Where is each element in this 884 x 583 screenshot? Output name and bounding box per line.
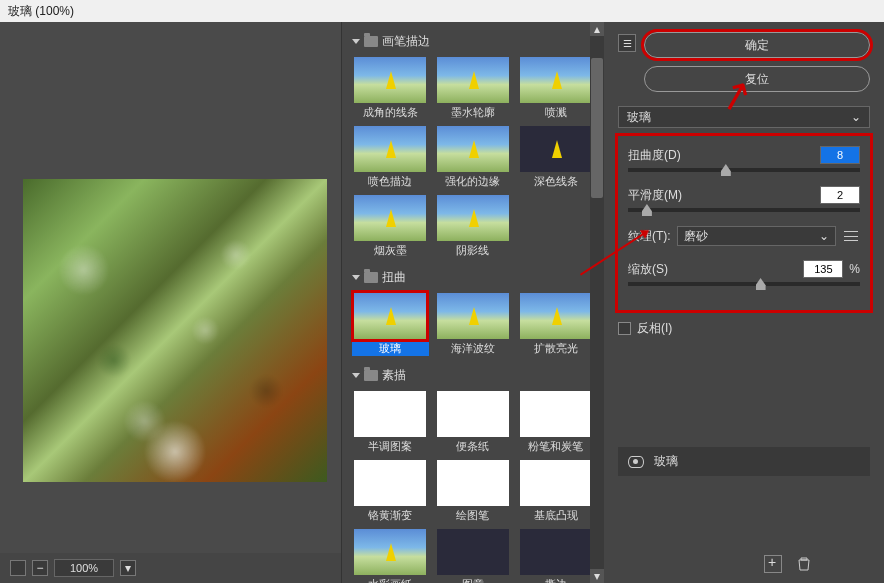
filter-thumb[interactable]: 阴影线 (435, 195, 512, 258)
filter-thumb[interactable]: 便条纸 (435, 391, 512, 454)
folder-icon (364, 272, 378, 283)
filter-thumb[interactable]: 水彩画纸 (352, 529, 429, 583)
fit-button[interactable] (10, 560, 26, 576)
filter-thumb[interactable]: 铬黄渐变 (352, 460, 429, 523)
zoom-in-button[interactable]: ▾ (120, 560, 136, 576)
filter-gallery: 画笔描边 成角的线条 墨水轮廓 喷溅 喷色描边 强化的边缘 深色线条 烟灰墨 阴… (342, 22, 604, 583)
disclosure-icon (352, 39, 360, 44)
delete-layer-button[interactable] (796, 555, 814, 573)
preview-panel: − ▾ (0, 22, 342, 583)
category-distort[interactable]: 扭曲 (346, 266, 600, 289)
filter-thumb[interactable]: 喷色描边 (352, 126, 429, 189)
filter-diffuse-glow[interactable]: 扩散亮光 (517, 293, 594, 356)
category-label: 素描 (382, 367, 406, 384)
filter-thumb[interactable]: 成角的线条 (352, 57, 429, 120)
filter-thumb[interactable]: 喷溅 (517, 57, 594, 120)
gallery-scrollbar[interactable]: ▴ ▾ (590, 22, 604, 583)
filter-thumb[interactable]: 强化的边缘 (435, 126, 512, 189)
filter-dropdown-value: 玻璃 (627, 109, 651, 126)
filter-thumb[interactable]: 深色线条 (517, 126, 594, 189)
scaling-input[interactable] (803, 260, 843, 278)
filter-thumb[interactable]: 绘图笔 (435, 460, 512, 523)
zoom-out-button[interactable]: − (32, 560, 48, 576)
filter-thumb[interactable]: 撕边 (517, 529, 594, 583)
texture-value: 磨砂 (684, 228, 708, 245)
filter-thumb[interactable]: 图章 (435, 529, 512, 583)
filter-ocean-ripple[interactable]: 海洋波纹 (435, 293, 512, 356)
invert-label: 反相(I) (637, 320, 672, 337)
filter-dropdown[interactable]: 玻璃 ⌄ (618, 106, 870, 128)
filter-thumb[interactable]: 基底凸现 (517, 460, 594, 523)
texture-label: 纹理(T): (628, 228, 671, 245)
preview-area[interactable] (0, 22, 341, 553)
layer-label: 玻璃 (654, 453, 678, 470)
zoom-input[interactable] (54, 559, 114, 577)
category-label: 扭曲 (382, 269, 406, 286)
scaling-label: 缩放(S) (628, 261, 668, 278)
disclosure-icon (352, 275, 360, 280)
scroll-up-arrow[interactable]: ▴ (590, 22, 604, 36)
folder-icon (364, 370, 378, 381)
chevron-down-icon: ⌄ (851, 110, 861, 124)
scrollbar-thumb[interactable] (591, 58, 603, 198)
filter-thumb[interactable]: 墨水轮廓 (435, 57, 512, 120)
new-layer-button[interactable]: + (764, 555, 782, 573)
distortion-input[interactable] (820, 146, 860, 164)
category-brush-strokes[interactable]: 画笔描边 (346, 30, 600, 53)
collapse-button[interactable]: ☰ (618, 34, 636, 52)
smoothness-label: 平滑度(M) (628, 187, 682, 204)
filter-thumb[interactable]: 半调图案 (352, 391, 429, 454)
distortion-label: 扭曲度(D) (628, 147, 681, 164)
filter-thumb[interactable]: 粉笔和炭笔 (517, 391, 594, 454)
scroll-down-arrow[interactable]: ▾ (590, 569, 604, 583)
preview-image (23, 179, 327, 482)
scaling-unit: % (849, 262, 860, 276)
invert-checkbox[interactable] (618, 322, 631, 335)
category-label: 画笔描边 (382, 33, 430, 50)
visibility-icon[interactable] (628, 456, 644, 468)
scaling-slider[interactable] (628, 282, 860, 286)
controls-panel: ☰ 确定 复位 ↗ 玻璃 ⌄ 扭曲度(D) 平滑度(M) (604, 22, 884, 583)
effect-layer-row[interactable]: 玻璃 (618, 447, 870, 476)
texture-dropdown[interactable]: 磨砂 ⌄ (677, 226, 836, 246)
smoothness-input[interactable] (820, 186, 860, 204)
distortion-slider[interactable] (628, 168, 860, 172)
filter-glass[interactable]: 玻璃 (352, 293, 429, 356)
ok-button[interactable]: 确定 (644, 32, 870, 58)
category-sketch[interactable]: 素描 (346, 364, 600, 387)
reset-button[interactable]: 复位 (644, 66, 870, 92)
filter-thumb[interactable]: 烟灰墨 (352, 195, 429, 258)
chevron-down-icon: ⌄ (819, 229, 829, 243)
smoothness-slider[interactable] (628, 208, 860, 212)
disclosure-icon (352, 373, 360, 378)
folder-icon (364, 36, 378, 47)
texture-menu-button[interactable] (842, 229, 860, 243)
window-title: 玻璃 (100%) (0, 0, 884, 22)
